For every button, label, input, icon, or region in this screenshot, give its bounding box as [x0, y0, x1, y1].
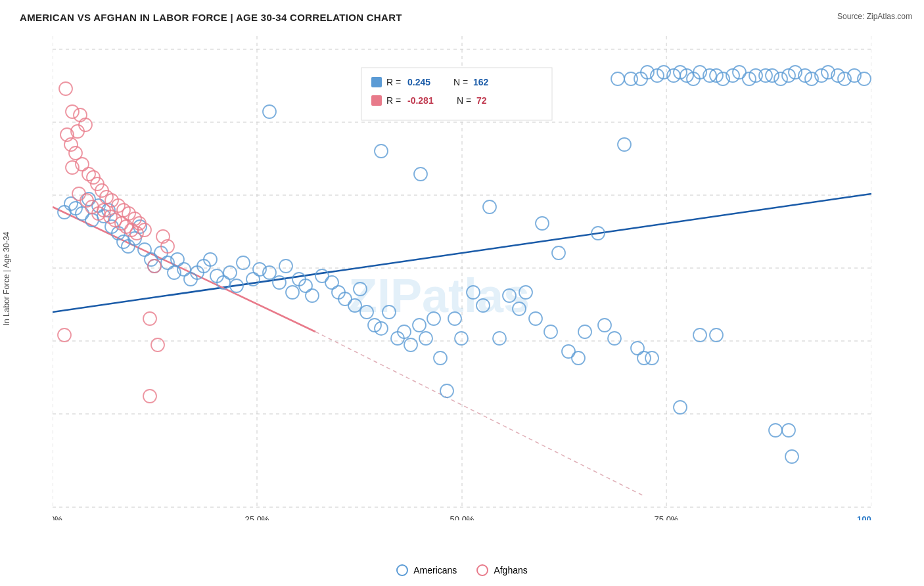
- svg-rect-32: [371, 95, 382, 106]
- americans-label: Americans: [413, 565, 457, 575]
- afghans-label: Afghans: [494, 565, 527, 575]
- svg-point-110: [544, 325, 557, 338]
- legend-afghans: Afghans: [476, 564, 527, 576]
- svg-point-99: [375, 145, 388, 158]
- svg-point-116: [598, 319, 611, 332]
- svg-point-150: [631, 342, 644, 355]
- svg-point-77: [306, 289, 319, 302]
- svg-point-94: [434, 351, 447, 365]
- svg-text:100.0%: 100.0%: [857, 514, 871, 520]
- svg-point-117: [608, 332, 621, 345]
- svg-text:72: 72: [476, 95, 487, 106]
- svg-point-111: [552, 246, 565, 259]
- svg-point-112: [562, 345, 575, 358]
- svg-point-90: [404, 338, 417, 351]
- chart-legend: Americans Afghans: [0, 564, 924, 576]
- svg-text:0.245: 0.245: [407, 77, 430, 87]
- svg-text:25.0%: 25.0%: [245, 514, 269, 520]
- svg-point-79: [325, 276, 338, 289]
- svg-text:N =: N =: [453, 77, 468, 87]
- svg-point-185: [74, 108, 87, 122]
- americans-legend-icon: [396, 564, 408, 576]
- svg-point-188: [72, 187, 85, 200]
- svg-point-179: [151, 338, 164, 351]
- svg-point-159: [59, 82, 72, 95]
- svg-point-160: [66, 105, 79, 118]
- svg-text:0.0%: 0.0%: [53, 514, 62, 520]
- svg-point-52: [138, 243, 151, 256]
- svg-point-108: [529, 312, 542, 325]
- svg-point-158: [785, 450, 798, 463]
- svg-point-100: [414, 168, 427, 181]
- svg-point-149: [618, 138, 631, 151]
- svg-point-114: [578, 325, 591, 338]
- scatter-plot: 100.0% 85.0% 70.0% 55.0% 40.0% 0.0% 25.0…: [53, 36, 871, 520]
- svg-point-68: [237, 256, 250, 269]
- svg-point-97: [455, 332, 468, 345]
- source-label: Source: ZipAtlas.com: [837, 12, 912, 21]
- svg-point-104: [493, 332, 506, 345]
- svg-point-72: [273, 276, 286, 289]
- svg-rect-27: [371, 77, 382, 87]
- svg-point-186: [79, 118, 92, 131]
- svg-point-95: [440, 384, 453, 397]
- svg-point-92: [419, 332, 432, 345]
- y-axis-label: In Labor Force | Age 30-34: [0, 36, 13, 520]
- svg-text:75.0%: 75.0%: [655, 514, 679, 520]
- svg-point-138: [774, 72, 787, 85]
- svg-point-155: [710, 328, 723, 342]
- svg-point-103: [483, 200, 496, 214]
- svg-point-157: [782, 424, 795, 437]
- chart-title: AMERICAN VS AFGHAN IN LABOR FORCE | AGE …: [20, 12, 402, 23]
- svg-point-180: [143, 390, 156, 403]
- svg-point-151: [637, 351, 651, 365]
- svg-point-73: [279, 259, 292, 273]
- svg-point-118: [611, 72, 624, 85]
- svg-text:R =: R =: [386, 77, 401, 87]
- svg-text:-0.281: -0.281: [407, 95, 434, 106]
- svg-text:162: 162: [473, 77, 489, 87]
- svg-point-156: [769, 424, 782, 437]
- svg-text:R =: R =: [386, 95, 401, 106]
- svg-text:50.0%: 50.0%: [450, 514, 474, 520]
- chart-container: AMERICAN VS AFGHAN IN LABOR FORCE | AGE …: [0, 0, 924, 586]
- svg-point-78: [315, 269, 329, 282]
- svg-point-109: [536, 217, 549, 230]
- legend-americans: Americans: [396, 564, 457, 576]
- svg-point-152: [645, 351, 658, 365]
- svg-line-24: [53, 207, 315, 332]
- svg-point-153: [674, 401, 687, 414]
- svg-point-98: [263, 105, 276, 118]
- svg-point-74: [286, 286, 299, 299]
- svg-point-154: [693, 328, 706, 342]
- svg-point-177: [58, 328, 71, 342]
- svg-point-178: [143, 312, 156, 325]
- svg-text:N =: N =: [457, 95, 471, 106]
- svg-rect-26: [361, 68, 552, 120]
- afghans-legend-icon: [476, 564, 488, 576]
- svg-point-113: [572, 351, 585, 365]
